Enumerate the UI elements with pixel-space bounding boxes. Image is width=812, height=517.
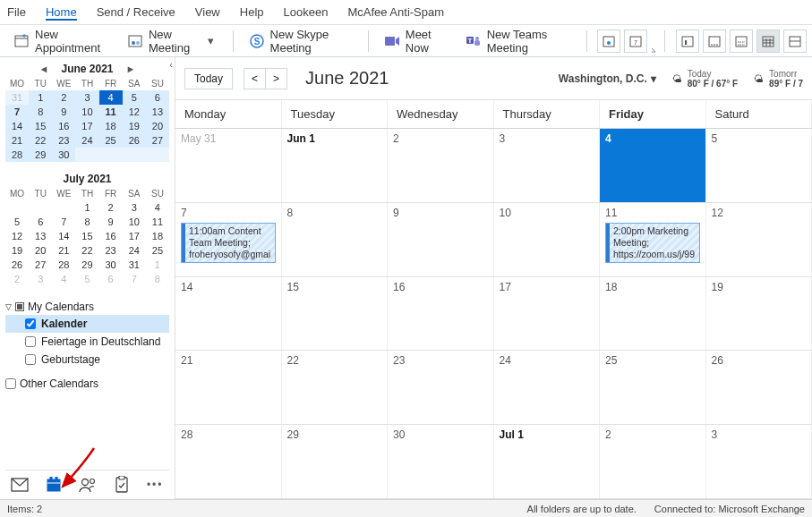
- day-cell[interactable]: 10: [494, 203, 601, 276]
- day-cell[interactable]: 3: [706, 425, 813, 498]
- mini-cal-day[interactable]: 17: [75, 119, 98, 133]
- day-cell[interactable]: 18: [600, 277, 706, 351]
- mini-cal-day[interactable]: 4: [99, 90, 123, 105]
- mini-cal-day[interactable]: [123, 148, 146, 162]
- calendar-event[interactable]: 11:00am Content Team Meeting; froheryoso…: [181, 223, 276, 263]
- mini-cal-day[interactable]: 29: [75, 258, 98, 272]
- mini-cal-day[interactable]: 28: [52, 258, 75, 272]
- mini-cal-day[interactable]: 19: [5, 243, 29, 258]
- mini-cal-day[interactable]: 8: [75, 215, 98, 229]
- day-cell[interactable]: 14: [175, 277, 282, 351]
- mini-cal-day[interactable]: 20: [146, 119, 169, 133]
- mini-cal-day[interactable]: [75, 148, 98, 162]
- my-calendars-header[interactable]: ▽ My Calendars: [5, 299, 169, 315]
- workweek-view-button[interactable]: [703, 30, 726, 53]
- day-cell[interactable]: 17: [494, 277, 601, 351]
- mini-cal-day[interactable]: [99, 148, 123, 162]
- mini-cal-day[interactable]: 24: [75, 133, 98, 148]
- mini-cal-day[interactable]: 4: [146, 200, 169, 215]
- mini-cal-day[interactable]: 17: [123, 229, 146, 243]
- day-cell[interactable]: May 31: [175, 129, 282, 202]
- tasks-nav-icon[interactable]: [113, 476, 131, 494]
- mini-cal-day[interactable]: 15: [75, 229, 98, 243]
- mini-cal-day[interactable]: 8: [29, 105, 52, 119]
- mini-cal-day[interactable]: 2: [52, 90, 75, 105]
- mini-cal-day[interactable]: 1: [146, 258, 169, 272]
- day-cell[interactable]: 5: [706, 129, 813, 202]
- calendar-checkbox[interactable]: [25, 336, 36, 347]
- mini-cal-day[interactable]: 25: [146, 243, 169, 258]
- chevron-down-icon[interactable]: ▾: [204, 34, 218, 47]
- other-calendars-header[interactable]: Other Calendars: [5, 376, 169, 392]
- day-cell[interactable]: 24: [494, 351, 601, 424]
- calendar-item[interactable]: Kalender: [5, 315, 169, 333]
- day-cell[interactable]: 16: [388, 277, 494, 351]
- weather-today[interactable]: 🌤 Today80° F / 67° F: [672, 69, 738, 89]
- mini-cal-day[interactable]: 21: [52, 243, 75, 258]
- day-cell[interactable]: 2: [388, 129, 494, 202]
- mini-cal-day[interactable]: 16: [52, 119, 75, 133]
- new-appointment-button[interactable]: New Appointment: [5, 23, 115, 59]
- calendar-nav-icon[interactable]: [45, 476, 63, 494]
- day-cell[interactable]: 2: [600, 425, 706, 498]
- group-launcher-icon[interactable]: [651, 29, 657, 54]
- day-cell[interactable]: 28: [175, 425, 282, 498]
- next-month-button[interactable]: ►: [121, 64, 141, 74]
- new-meeting-button[interactable]: New Meeting ▾: [119, 23, 226, 59]
- day-cell[interactable]: 9: [388, 203, 494, 276]
- other-calendars-checkbox[interactable]: [5, 378, 16, 389]
- mini-cal-day[interactable]: 16: [99, 229, 123, 243]
- calendar-item[interactable]: Feiertage in Deutschland: [5, 333, 169, 351]
- mini-cal-day[interactable]: 3: [123, 200, 146, 215]
- menu-item-file[interactable]: File: [7, 4, 26, 21]
- calendar-event[interactable]: 2:00pm Marketing Meeting; https://zoom.u…: [605, 223, 700, 263]
- day-cell[interactable]: 3: [494, 129, 601, 202]
- mini-cal-day[interactable]: 7: [123, 272, 146, 286]
- mini-cal-day[interactable]: 30: [99, 258, 123, 272]
- view-today-button[interactable]: [597, 30, 620, 53]
- day-cell[interactable]: Jul 1: [494, 425, 601, 498]
- day-cell[interactable]: Jun 1: [282, 129, 389, 202]
- mini-cal-day[interactable]: 6: [146, 90, 169, 105]
- mini-cal-grid[interactable]: MOTUWETHFRSASU12345678910111213141516171…: [5, 187, 169, 286]
- calendar-checkbox[interactable]: [25, 354, 36, 365]
- prev-button[interactable]: <: [244, 69, 266, 89]
- mini-cal-day[interactable]: 13: [146, 105, 169, 119]
- day-cell[interactable]: 12: [706, 203, 813, 276]
- mini-cal-day[interactable]: 1: [75, 200, 98, 215]
- day-cell[interactable]: 23: [388, 351, 494, 424]
- mini-cal-day[interactable]: [5, 200, 29, 215]
- mini-cal-day[interactable]: 13: [29, 229, 52, 243]
- next-button[interactable]: >: [266, 69, 286, 89]
- mini-cal-day[interactable]: [146, 148, 169, 162]
- mini-cal-day[interactable]: 8: [146, 272, 169, 286]
- day-cell[interactable]: 711:00am Content Team Meeting; froheryos…: [175, 203, 282, 276]
- day-cell[interactable]: 25: [600, 351, 706, 424]
- mini-cal-day[interactable]: 27: [29, 258, 52, 272]
- mini-cal-day[interactable]: 9: [52, 105, 75, 119]
- view-next7-button[interactable]: 7: [624, 30, 647, 53]
- week-view-button[interactable]: [730, 30, 753, 53]
- mini-cal-day[interactable]: 12: [123, 105, 146, 119]
- mini-cal-day[interactable]: 5: [123, 90, 146, 105]
- mini-cal-day[interactable]: 26: [5, 258, 29, 272]
- mini-cal-day[interactable]: 18: [99, 119, 123, 133]
- menu-item-lookeen[interactable]: Lookeen: [284, 4, 329, 21]
- mini-cal-day[interactable]: 2: [5, 272, 29, 286]
- mini-cal-day[interactable]: 20: [29, 243, 52, 258]
- location-dropdown[interactable]: Washington, D.C.▾: [559, 72, 656, 85]
- day-cell[interactable]: 30: [388, 425, 494, 498]
- day-cell[interactable]: 22: [282, 351, 389, 424]
- mini-cal-day[interactable]: 28: [5, 148, 29, 162]
- calendar-item[interactable]: Geburtstage: [5, 351, 169, 369]
- mini-cal-day[interactable]: 6: [29, 215, 52, 229]
- mini-cal-day[interactable]: 27: [146, 133, 169, 148]
- mini-cal-day[interactable]: 9: [99, 215, 123, 229]
- month-view-button[interactable]: [756, 30, 780, 53]
- mini-cal-day[interactable]: 15: [29, 119, 52, 133]
- mini-cal-day[interactable]: 10: [123, 215, 146, 229]
- collapse-pane-button[interactable]: ‹: [169, 59, 173, 70]
- mini-cal-grid[interactable]: MOTUWETHFRSASU31123456789101112131415161…: [5, 77, 169, 162]
- mini-cal-day[interactable]: 4: [52, 272, 75, 286]
- mini-cal-day[interactable]: 24: [123, 243, 146, 258]
